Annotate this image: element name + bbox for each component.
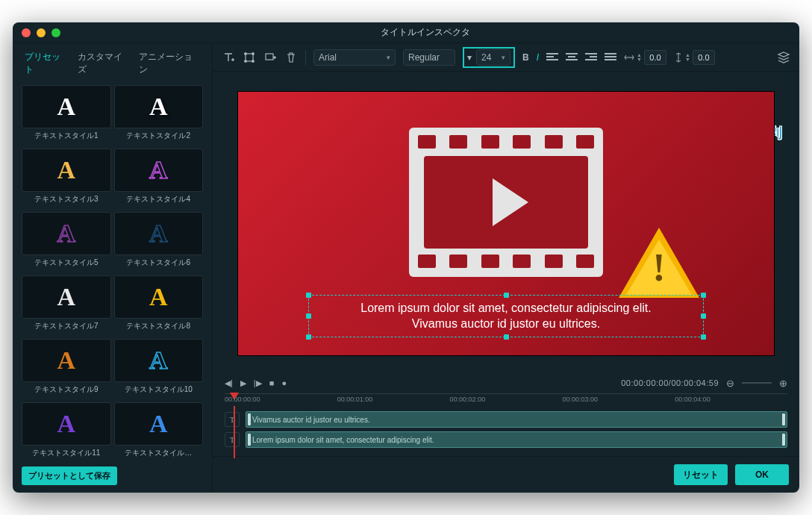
svg-rect-5 — [266, 54, 273, 60]
text-style-thumb[interactable]: A — [114, 212, 204, 255]
font-weight-value: Regular — [408, 52, 440, 63]
zoom-in-button[interactable]: ⊕ — [779, 378, 787, 389]
clip-text: Vivamus auctor id justor eu ultrices. — [252, 416, 370, 424]
ruler-tick-label: 00:00:01:00 — [337, 396, 373, 403]
caption-line-1: Lorem ipsum dolor sit amet, consectetur … — [360, 302, 652, 314]
text-style-thumb[interactable]: A — [22, 85, 111, 128]
ruler-tick-label: 00:00:02:00 — [450, 396, 486, 403]
text-style-thumb[interactable]: A — [114, 402, 204, 446]
font-weight-select[interactable]: Regular — [403, 49, 455, 66]
zoom-slider[interactable] — [742, 382, 772, 384]
char-spacing-input[interactable] — [644, 50, 666, 65]
sidebar-tabs: プリセット カスタマイズ アニメーション — [13, 43, 212, 81]
preview-area: ↑見やすいサイズに設定しておくと便利 ! Lorem ipsum dolor s… — [213, 72, 799, 372]
caption-line-2: Vivamus auctor id justor eu ultrices. — [412, 317, 600, 330]
timecode-display: 00:00:00:00/00:00:04:59 — [621, 378, 719, 387]
text-style-thumb[interactable]: A — [22, 339, 111, 382]
timeline-ruler[interactable]: 00:00:00:0000:00:01:0000:00:02:0000:00:0… — [225, 393, 787, 408]
window-controls — [22, 28, 60, 37]
next-frame-button[interactable]: |▶ — [254, 378, 262, 388]
timeline-clip[interactable]: Lorem ipsum dolor sit amet, consectetur … — [246, 431, 787, 448]
line-spacing-input[interactable] — [693, 50, 715, 65]
sidebar: プリセット カスタマイズ アニメーション Aテキストスタイル1Aテキストスタイル… — [13, 43, 213, 493]
prev-frame-button[interactable]: ◀| — [225, 378, 233, 388]
caption-text-box[interactable]: Lorem ipsum dolor sit amet, consectetur … — [308, 295, 704, 337]
font-size-select[interactable]: 24▾ — [476, 49, 510, 66]
text-toolbar: Arial▾ Regular ▾ 24▾ B I ▲▼ — [213, 43, 799, 72]
layers-icon[interactable] — [777, 51, 790, 64]
text-style-thumb[interactable]: A — [114, 275, 204, 319]
svg-point-2 — [252, 52, 254, 54]
clip-text: Lorem ipsum dolor sit amet, consectetur … — [252, 436, 434, 444]
footer: リセット OK — [213, 456, 799, 493]
timeline-track: TLorem ipsum dolor sit amet, consectetur… — [225, 431, 787, 449]
text-style-label: テキストスタイル5 — [22, 258, 111, 268]
char-spacing-icon — [624, 53, 634, 62]
italic-button[interactable]: I — [537, 52, 539, 63]
text-style-thumb[interactable]: A — [114, 85, 204, 128]
svg-point-3 — [245, 60, 247, 62]
text-style-label: テキストスタイル8 — [114, 321, 204, 331]
close-window-button[interactable] — [22, 28, 31, 37]
tab-customize[interactable]: カスタマイズ — [78, 51, 130, 76]
transform-icon[interactable] — [243, 51, 256, 64]
font-size-highlight: ▾ 24▾ — [463, 47, 515, 68]
delete-icon[interactable] — [284, 51, 298, 64]
text-style-thumb[interactable]: A — [22, 275, 111, 319]
text-style-label: テキストスタイル9 — [22, 384, 111, 395]
text-style-grid: Aテキストスタイル1Aテキストスタイル2Aテキストスタイル3Aテキストスタイル4… — [13, 81, 212, 462]
text-style-thumb[interactable]: A — [114, 149, 204, 192]
play-button[interactable]: ▶ — [240, 378, 246, 388]
line-spacing-field[interactable]: ▲▼ — [674, 50, 715, 65]
text-style-label: テキストスタイル4 — [114, 194, 204, 205]
track-type-icon: T — [225, 412, 240, 427]
chevron-down-icon[interactable]: ▾ — [467, 52, 472, 63]
window-title: タイトルインスペクタ — [60, 26, 790, 39]
timeline: 00:00:00:0000:00:01:0000:00:02:0000:00:0… — [213, 393, 799, 456]
text-style-thumb[interactable]: A — [22, 212, 111, 255]
record-button[interactable]: ● — [281, 378, 287, 387]
text-style-label: テキストスタイル1 — [22, 131, 111, 141]
align-left-button[interactable] — [546, 53, 558, 62]
text-style-thumb[interactable]: A — [22, 402, 111, 446]
stop-button[interactable]: ■ — [269, 378, 275, 387]
text-style-thumb[interactable]: A — [114, 339, 204, 382]
zoom-window-button[interactable] — [51, 28, 60, 37]
timeline-clip[interactable]: Vivamus auctor id justor eu ultrices. — [246, 411, 787, 428]
font-family-select[interactable]: Arial▾ — [313, 49, 396, 66]
char-spacing-field[interactable]: ▲▼ — [624, 50, 666, 65]
timeline-track: TVivamus auctor id justor eu ultrices. — [225, 411, 787, 428]
text-style-label: テキストスタイル11 — [22, 448, 111, 458]
text-style-label: テキストスタイル7 — [22, 321, 111, 331]
align-center-button[interactable] — [566, 53, 578, 62]
add-callout-icon[interactable] — [263, 51, 277, 64]
save-as-preset-button[interactable]: プリセットとして保存 — [22, 466, 117, 485]
film-placeholder-icon — [409, 128, 603, 277]
track-type-icon: T — [225, 432, 240, 447]
align-right-button[interactable] — [585, 53, 597, 62]
bold-button[interactable]: B — [522, 52, 529, 63]
font-size-value: 24 — [481, 52, 491, 63]
tab-preset[interactable]: プリセット — [25, 51, 69, 76]
playback-bar: ◀| ▶ |▶ ■ ● 00:00:00:00/00:00:04:59 ⊖ ⊕ — [213, 372, 799, 393]
preview-canvas[interactable]: ! Lorem ipsum dolor sit amet, consectetu… — [237, 91, 775, 356]
ruler-tick-label: 00:00:04:00 — [675, 396, 710, 403]
align-justify-button[interactable] — [605, 53, 616, 62]
ok-button[interactable]: OK — [735, 464, 789, 485]
warning-icon: ! — [619, 228, 699, 298]
title-inspector-window: タイトルインスペクタ プリセット カスタマイズ アニメーション Aテキストスタイ… — [13, 22, 799, 493]
ruler-tick-label: 00:00:00:00 — [225, 396, 260, 403]
add-text-icon[interactable] — [222, 51, 235, 64]
ruler-tick-label: 00:00:03:00 — [562, 396, 598, 403]
tab-animation[interactable]: アニメーション — [139, 51, 200, 76]
reset-button[interactable]: リセット — [674, 464, 728, 485]
titlebar: タイトルインスペクタ — [13, 22, 799, 43]
text-style-label: テキストスタイル10 — [114, 384, 204, 395]
svg-point-1 — [245, 52, 247, 54]
minimize-window-button[interactable] — [37, 28, 46, 37]
text-style-label: テキストスタイル3 — [22, 194, 111, 205]
zoom-out-button[interactable]: ⊖ — [726, 378, 734, 389]
font-family-value: Arial — [319, 52, 337, 63]
text-style-label: テキストスタイル6 — [114, 258, 204, 268]
text-style-thumb[interactable]: A — [22, 149, 111, 192]
